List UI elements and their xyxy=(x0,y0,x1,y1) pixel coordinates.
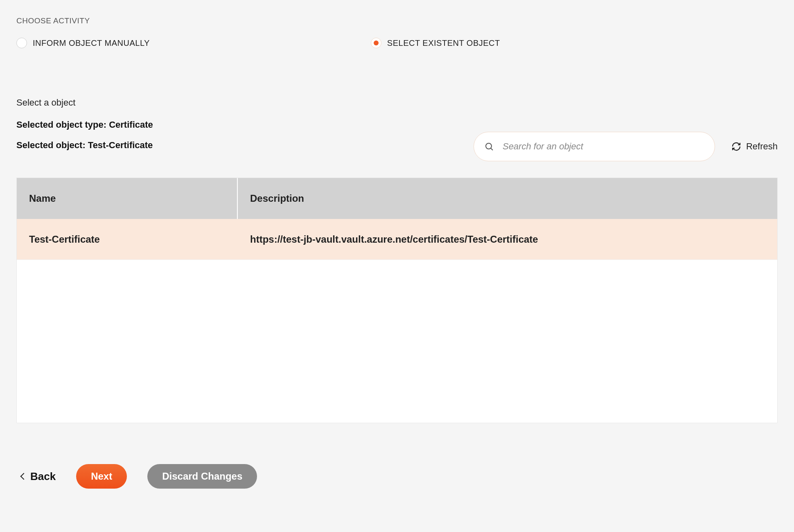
search-icon xyxy=(484,142,494,151)
select-object-prompt: Select a object xyxy=(16,97,778,108)
radio-inform-label: INFORM OBJECT MANUALLY xyxy=(33,38,150,48)
radio-circle-icon xyxy=(371,38,381,48)
svg-point-0 xyxy=(486,143,492,149)
selected-object-type: Selected object type: Certificate xyxy=(16,119,778,130)
radio-circle-icon xyxy=(16,38,27,48)
svg-line-1 xyxy=(491,149,493,151)
cell-name: Test-Certificate xyxy=(17,234,238,245)
back-button[interactable]: Back xyxy=(21,470,56,483)
column-name-header[interactable]: Name xyxy=(17,178,238,219)
table-row[interactable]: Test-Certificate https://test-jb-vault.v… xyxy=(17,219,777,260)
refresh-icon xyxy=(731,142,741,151)
search-input[interactable] xyxy=(474,132,715,161)
choose-activity-title: CHOOSE ACTIVITY xyxy=(16,16,778,25)
radio-select-existent[interactable]: SELECT EXISTENT OBJECT xyxy=(371,38,500,48)
footer-actions: Back Next Discard Changes xyxy=(16,464,778,489)
search-wrapper xyxy=(474,132,715,161)
radio-inform-manually[interactable]: INFORM OBJECT MANUALLY xyxy=(16,38,150,48)
cell-description: https://test-jb-vault.vault.azure.net/ce… xyxy=(238,234,777,245)
refresh-label: Refresh xyxy=(746,141,778,152)
chevron-left-icon xyxy=(20,473,27,480)
object-table: Name Description Test-Certificate https:… xyxy=(16,178,778,423)
refresh-button[interactable]: Refresh xyxy=(731,141,778,152)
activity-options: INFORM OBJECT MANUALLY SELECT EXISTENT O… xyxy=(16,38,778,48)
column-description-header[interactable]: Description xyxy=(238,178,777,219)
discard-changes-button[interactable]: Discard Changes xyxy=(147,464,257,489)
table-header: Name Description xyxy=(17,178,777,219)
back-label: Back xyxy=(30,470,56,483)
next-button[interactable]: Next xyxy=(76,464,127,489)
radio-select-label: SELECT EXISTENT OBJECT xyxy=(387,38,500,48)
